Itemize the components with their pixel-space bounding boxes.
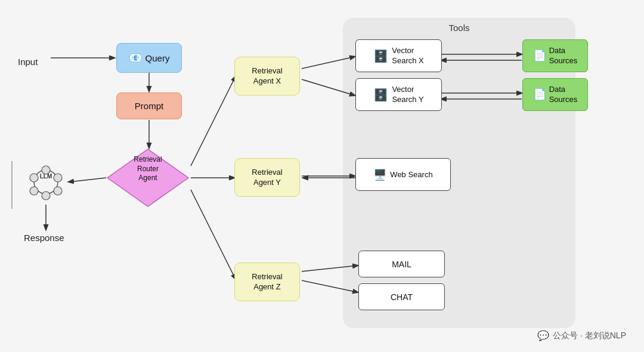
router-agent-diamond bbox=[106, 148, 190, 208]
svg-point-21 bbox=[42, 166, 50, 174]
watermark: 💬 公众号 · 老刘说NLP bbox=[537, 330, 626, 341]
svg-marker-19 bbox=[107, 149, 188, 206]
doc-icon-x: 📄 bbox=[533, 49, 546, 63]
svg-line-16 bbox=[69, 178, 106, 182]
db-icon-x: 🗄️ bbox=[373, 48, 388, 64]
svg-point-26 bbox=[30, 174, 38, 182]
doc-icon-y: 📄 bbox=[533, 88, 546, 101]
svg-line-5 bbox=[191, 190, 236, 279]
web-search-box: 🖥️ Web Search bbox=[355, 158, 451, 191]
retrieval-agent-x: RetrievalAgent X bbox=[234, 57, 300, 95]
wechat-icon: 💬 bbox=[537, 330, 549, 341]
data-source-y: 📄 DataSources bbox=[522, 78, 588, 111]
prompt-label: Prompt bbox=[135, 101, 163, 111]
svg-point-22 bbox=[54, 174, 62, 182]
svg-point-23 bbox=[54, 187, 62, 195]
input-label: Input bbox=[18, 57, 38, 67]
retrieval-agent-z: RetrievalAgent Z bbox=[234, 263, 300, 301]
svg-point-25 bbox=[30, 187, 38, 195]
llm-node bbox=[25, 161, 67, 203]
vector-search-y: 🗄️ VectorSearch Y bbox=[355, 78, 442, 111]
svg-point-24 bbox=[42, 192, 50, 200]
diagram: Tools bbox=[0, 0, 644, 352]
query-icon: 📧 bbox=[129, 51, 142, 64]
prompt-box: Prompt bbox=[116, 92, 182, 119]
tools-label: Tools bbox=[343, 23, 575, 33]
chat-box: CHAT bbox=[358, 283, 445, 310]
data-source-x: 📄 DataSources bbox=[522, 39, 588, 72]
retrieval-agent-y: RetrievalAgent Y bbox=[234, 158, 300, 197]
vector-search-x: 🗄️ VectorSearch X bbox=[355, 39, 442, 72]
query-label: Query bbox=[145, 53, 170, 63]
svg-line-3 bbox=[191, 76, 236, 166]
mail-box: MAIL bbox=[358, 251, 445, 277]
query-box: 📧 Query bbox=[116, 43, 182, 73]
db-icon-y: 🗄️ bbox=[373, 87, 388, 103]
response-label: Response bbox=[24, 233, 64, 243]
web-icon: 🖥️ bbox=[373, 168, 386, 181]
